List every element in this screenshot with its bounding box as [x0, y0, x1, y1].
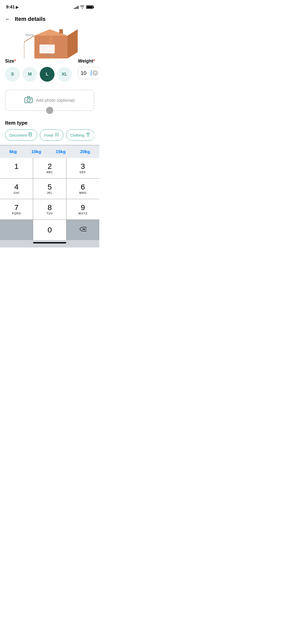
weight-input-box[interactable]: 10 ✕ [78, 67, 99, 79]
status-bar: 9:41 ▶ [0, 0, 99, 13]
text-cursor [91, 70, 91, 76]
weight-presets: 6kg 10kg 15kg 20kg [0, 146, 99, 158]
size-weight-section: Size* S M L XL Weight* 10 ✕ kg [0, 58, 99, 86]
weight-input-section: 10 ✕ kg [78, 67, 99, 79]
delete-icon [79, 227, 86, 233]
add-photo-button[interactable]: Add photo (optional) [5, 90, 94, 111]
header: ← Item details [0, 13, 99, 25]
home-bar [33, 242, 66, 243]
svg-point-11 [30, 98, 31, 99]
weight-label: Weight* [78, 58, 99, 64]
numpad: 1 2 ABC 3 DEF 4 GHI 5 JKL 6 MNO 7 PQRS [0, 158, 99, 240]
package-illustration: 50cm 70cm [0, 25, 99, 58]
size-btn-s[interactable]: S [5, 67, 20, 82]
preset-10kg[interactable]: 10kg [29, 148, 43, 155]
numpad-key-2[interactable]: 2 ABC [33, 158, 66, 178]
page-title: Item details [15, 16, 46, 22]
preset-20kg[interactable]: 20kg [78, 148, 92, 155]
weight-value: 10 [81, 70, 90, 76]
weight-section: Weight* 10 ✕ kg [78, 58, 99, 79]
item-type-document[interactable]: Document [5, 129, 37, 141]
keyboard-area: 6kg 10kg 15kg 20kg 1 2 ABC 3 DEF 4 GHI 5… [0, 145, 99, 247]
clothing-label: Clothing [70, 133, 84, 137]
preset-15kg[interactable]: 15kg [54, 148, 68, 155]
clothing-icon [86, 132, 90, 138]
preset-6kg[interactable]: 6kg [7, 148, 19, 155]
numpad-key-3[interactable]: 3 DEF [66, 158, 99, 178]
size-section: Size* S M L XL [5, 58, 72, 86]
numpad-key-8[interactable]: 8 TUV [33, 199, 66, 219]
item-type-food[interactable]: Food [40, 129, 63, 141]
numpad-key-0[interactable]: 0 [33, 220, 66, 240]
numpad-key-6[interactable]: 6 MNO [66, 179, 99, 199]
item-type-clothing[interactable]: Clothing [66, 129, 94, 141]
svg-point-10 [27, 99, 30, 102]
food-icon [55, 132, 59, 138]
numpad-key-9[interactable]: 9 WXYZ [66, 199, 99, 219]
size-label: Size* [5, 58, 72, 64]
numpad-key-7[interactable]: 7 PQRS [0, 199, 33, 219]
size-btn-xl[interactable]: XL [57, 67, 72, 82]
numpad-key-empty [0, 220, 33, 240]
item-type-title: Item type [5, 120, 94, 126]
item-type-scroll[interactable]: Document Food Clothing Elec ⚡ [5, 129, 94, 143]
numpad-key-1[interactable]: 1 [0, 158, 33, 178]
numpad-delete-button[interactable] [66, 220, 99, 240]
location-icon: ▶ [16, 5, 19, 9]
drag-handle [46, 107, 53, 114]
wifi-icon [80, 5, 85, 9]
dimension-bottom-label: 70cm [46, 54, 54, 57]
add-photo-label: Add photo (optional) [36, 98, 75, 103]
food-label: Food [44, 133, 53, 137]
dimension-left-label: 50cm [25, 33, 34, 37]
status-time: 9:41 ▶ [6, 5, 19, 10]
size-btn-m[interactable]: M [22, 67, 37, 82]
svg-rect-4 [39, 45, 55, 53]
svg-marker-2 [67, 29, 78, 58]
battery-icon [86, 5, 93, 9]
status-icons [74, 5, 93, 9]
weight-clear-button[interactable]: ✕ [92, 70, 98, 76]
numpad-key-4[interactable]: 4 GHI [0, 179, 33, 199]
document-label: Document [9, 133, 27, 137]
home-indicator [0, 240, 99, 247]
signal-icon [74, 5, 78, 9]
size-btn-l[interactable]: L [40, 67, 55, 82]
back-button[interactable]: ← [5, 16, 11, 22]
size-options: S M L XL [5, 67, 72, 82]
camera-icon [24, 96, 33, 105]
item-type-section: Item type Document Food Clothing Elec ⚡ [0, 115, 99, 145]
numpad-key-5[interactable]: 5 JKL [33, 179, 66, 199]
document-icon [28, 132, 33, 138]
